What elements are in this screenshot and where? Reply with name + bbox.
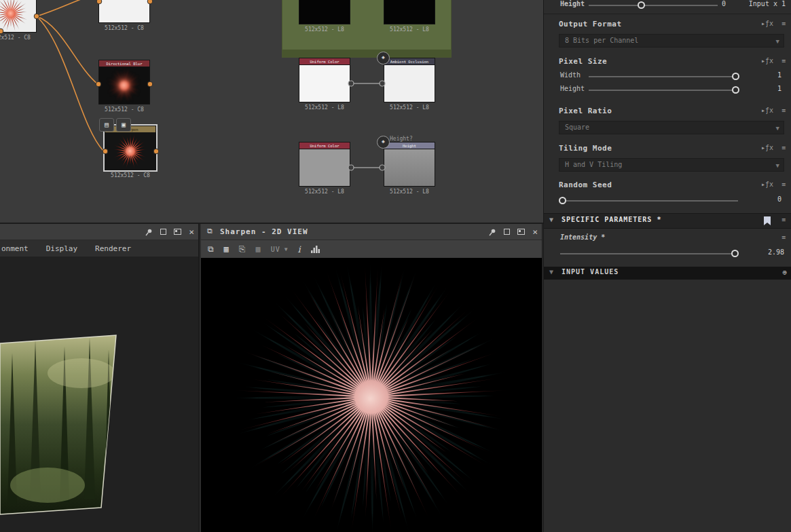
view-2d-viewport[interactable]: [201, 258, 542, 532]
options-menu-icon[interactable]: ≡: [781, 216, 786, 223]
node-graph-panel[interactable]: 512x512 - C8 512x512 - C8 Directional Bl…: [0, 0, 543, 224]
function-icon[interactable]: ▸ƒx: [761, 144, 773, 151]
height-input-suffix: Input x 1: [749, 0, 786, 7]
maximize-window-icon[interactable]: [174, 229, 181, 235]
specific-parameters-section[interactable]: ▼ SPECIFIC PARAMETERS * ≡: [544, 213, 791, 229]
graph-node-ambient-occlusion[interactable]: Ambient Occlusion 512x512 - L8: [384, 58, 435, 111]
chevron-down-icon: ▼: [776, 159, 779, 172]
pixel-width-slider[interactable]: [589, 76, 738, 77]
random-seed-slider[interactable]: [559, 200, 738, 202]
function-icon[interactable]: ▸ƒx: [761, 57, 773, 64]
application-window: 512x512 - C8 512x512 - C8 Directional Bl…: [0, 0, 791, 532]
view-3d-viewport[interactable]: [0, 256, 198, 532]
transform-tool-icon[interactable]: ▩: [255, 244, 260, 254]
3d-material-badge-cube-icon[interactable]: ◈: [377, 52, 390, 64]
node-caption: 512x512 - C8: [98, 107, 150, 113]
uv-mode-dropdown[interactable]: UV: [271, 246, 280, 253]
pixel-width-label: Width: [560, 71, 581, 79]
slider-knob[interactable]: [731, 250, 739, 257]
chevron-down-icon: ▼: [776, 35, 779, 48]
function-icon[interactable]: ▸ƒx: [761, 180, 773, 188]
graph-node-directional-blur[interactable]: Directional Blur 512x512 - C8: [98, 60, 150, 113]
options-menu-icon[interactable]: ≡: [781, 144, 786, 151]
add-input-icon[interactable]: ⊕: [782, 268, 787, 277]
tiling-mode-header: Tiling Mode: [559, 144, 612, 153]
node-thumbnail: [99, 67, 149, 104]
node-caption: 512x512 - C8: [0, 35, 37, 41]
maximize-window-icon[interactable]: [517, 229, 525, 235]
node-thumbnail: [105, 133, 155, 170]
pixel-ratio-dropdown[interactable]: Square▼: [559, 121, 784, 134]
options-menu-icon[interactable]: ≡: [781, 107, 786, 114]
view-2d-titlebar[interactable]: ⧉ Sharpen - 2D VIEW ×: [201, 224, 542, 240]
pixel-size-header: Pixel Size: [559, 57, 607, 66]
input-values-title: INPUT VALUES: [562, 268, 619, 276]
pin-icon[interactable]: [488, 228, 496, 236]
slider-knob[interactable]: [732, 73, 739, 80]
chevron-down-icon[interactable]: ▼: [284, 246, 288, 252]
node-caption: 512x512 - L8: [299, 189, 350, 195]
chevron-down-icon: ▼: [549, 216, 553, 223]
graph-node-uniform-color[interactable]: Uniform Color 512x512 - L8: [299, 142, 350, 195]
options-menu-icon[interactable]: ≡: [781, 57, 786, 64]
pixel-width-value[interactable]: 1: [777, 71, 781, 79]
intensity-value[interactable]: 2.98: [768, 248, 784, 256]
slider-knob[interactable]: [732, 86, 739, 94]
options-menu-icon[interactable]: ≡: [781, 20, 786, 27]
options-menu-icon[interactable]: ≡: [781, 233, 786, 241]
graph-node[interactable]: 512x512 - C8: [98, 0, 150, 31]
copy-icon[interactable]: ⎘: [239, 244, 246, 254]
float-window-icon[interactable]: [160, 229, 166, 235]
histogram-icon[interactable]: [311, 245, 320, 253]
slider-knob[interactable]: [638, 1, 645, 9]
pixel-height-slider[interactable]: [589, 90, 738, 91]
graph-node[interactable]: 512x512 - L8: [299, 0, 350, 33]
3d-material-badge-cube-icon[interactable]: ◈: [377, 136, 390, 149]
close-icon[interactable]: ×: [189, 227, 194, 236]
view-2d-toolbar: ⧉ ▦ ⎘ ▩ UV ▼ i: [201, 240, 542, 259]
node-action-document-icon[interactable]: ▤: [99, 118, 114, 132]
tiling-mode-dropdown[interactable]: H and V Tiling▼: [559, 158, 784, 172]
bookmark-icon[interactable]: [764, 216, 771, 225]
function-icon[interactable]: ▸ƒx: [761, 107, 773, 114]
display-options-icon[interactable]: ⧉: [208, 244, 214, 254]
save-icon[interactable]: ▦: [224, 244, 229, 254]
float-window-icon[interactable]: [504, 229, 510, 235]
intensity-label: Intensity *: [560, 233, 605, 241]
slider-knob[interactable]: [559, 197, 566, 204]
view-3d-titlebar[interactable]: ×: [0, 224, 198, 240]
node-connections: [0, 0, 543, 224]
menu-item-environment[interactable]: onment: [1, 244, 29, 253]
output-format-header: Output Format: [559, 20, 622, 28]
close-icon[interactable]: ×: [532, 227, 538, 236]
height-param-value[interactable]: 0: [722, 0, 726, 7]
intensity-slider[interactable]: [560, 253, 738, 254]
node-caption: 512x512 - L8: [384, 104, 435, 111]
menu-item-display[interactable]: Display: [46, 244, 77, 253]
function-icon[interactable]: ▸ƒx: [761, 20, 773, 27]
textured-plane-preview: [0, 332, 144, 518]
view-3d-panel: × onment Display Renderer: [0, 224, 200, 532]
height-param-slider[interactable]: [589, 5, 718, 6]
pixel-height-value[interactable]: 1: [777, 85, 781, 92]
node-header: Uniform Color: [299, 142, 350, 149]
chevron-down-icon: ▼: [776, 122, 779, 134]
node-action-frame-icon[interactable]: ▣: [116, 118, 131, 132]
pin-icon[interactable]: [145, 228, 153, 236]
view-2d-panel: ⧉ Sharpen - 2D VIEW × ⧉ ▦ ⎘ ▩ UV ▼ i: [201, 224, 542, 532]
graph-node[interactable]: 512x512 - L8: [384, 0, 435, 33]
graph-node-height[interactable]: Height 512x512 - L8: [384, 142, 435, 195]
options-menu-icon[interactable]: ≡: [781, 180, 786, 188]
output-format-dropdown[interactable]: 8 Bits per Channel▼: [559, 34, 784, 48]
info-icon[interactable]: i: [298, 244, 301, 254]
node-thumbnail: [0, 0, 36, 32]
pixel-ratio-header: Pixel Ratio: [559, 107, 612, 115]
graph-node-sharpen[interactable]: Sharpen 512x512 - C8: [105, 126, 156, 178]
random-seed-value[interactable]: 0: [777, 195, 781, 203]
graph-node-uniform-color[interactable]: Uniform Color 512x512 - L8: [299, 58, 350, 111]
node-header: Directional Blur: [98, 60, 150, 66]
pixel-height-label: Height: [560, 85, 585, 92]
menu-item-renderer[interactable]: Renderer: [95, 244, 131, 253]
graph-node[interactable]: 512x512 - C8: [0, 0, 37, 41]
input-values-section[interactable]: ▼ INPUT VALUES ⊕: [544, 267, 791, 280]
